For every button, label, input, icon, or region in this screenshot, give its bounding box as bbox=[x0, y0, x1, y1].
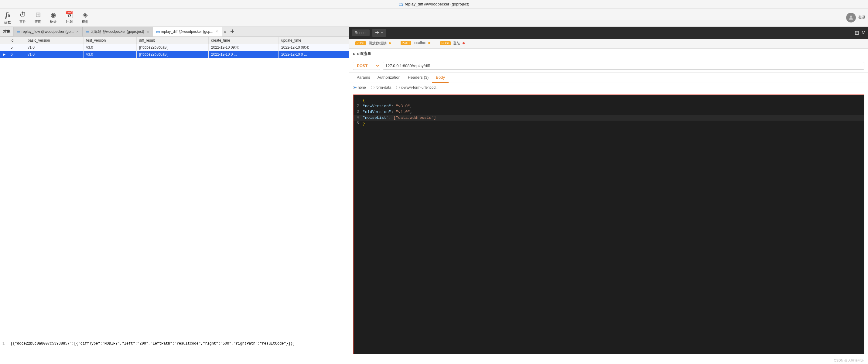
model-label: 模型 bbox=[82, 20, 88, 24]
json-line-content: { bbox=[363, 98, 365, 103]
th-arrow bbox=[0, 37, 8, 44]
toolbar-query[interactable]: ⊞ 查询 bbox=[33, 10, 43, 25]
tab2-close[interactable]: ✕ bbox=[146, 30, 150, 34]
tab1-icon: 🗃 bbox=[17, 29, 20, 34]
tabs-overflow-btn[interactable]: » bbox=[222, 28, 228, 35]
toolbar-model[interactable]: ◈ 模型 bbox=[80, 10, 90, 25]
login-label[interactable]: 登录 bbox=[858, 15, 866, 20]
json-line-num: 2 bbox=[353, 104, 363, 108]
cell-update_time: 2022-12-10 0 ... bbox=[279, 51, 349, 58]
toolbar-func[interactable]: f0 函数 bbox=[2, 10, 13, 25]
json-line-num: 4 bbox=[353, 116, 363, 120]
plus-btn[interactable]: ▼ bbox=[372, 29, 386, 37]
tab3-close[interactable]: ✕ bbox=[215, 29, 219, 33]
data-table: id basic_version test_version diff_resul… bbox=[0, 37, 349, 58]
left-panel: 对象 🗃 replay_flow @woodpecker (go... ✕ 🗃 … bbox=[0, 27, 349, 364]
post1-label: 回放数据接 bbox=[368, 41, 386, 45]
query-icon: ⊞ bbox=[35, 11, 41, 19]
table-row[interactable]: 5v1.0v3.0[{"ddce22b8c0a8(2022-12-10 09:4… bbox=[0, 44, 349, 51]
tab3-icon: 🗃 bbox=[156, 29, 160, 34]
radio-urlencoded-circle bbox=[396, 86, 400, 89]
diff-section: ▶ diff流量 bbox=[349, 49, 868, 59]
plan-icon: 📅 bbox=[65, 11, 73, 19]
url-input[interactable] bbox=[383, 62, 864, 69]
toolbar-plan[interactable]: 📅 计划 bbox=[63, 10, 75, 25]
svg-rect-4 bbox=[375, 32, 379, 33]
tab2-label: 无标题 @woodpecker (goproject) bbox=[91, 29, 144, 34]
bottom-result: 1 [{"ddce22b8c0a8007c53938857":[{"diffTy… bbox=[0, 340, 349, 364]
tab-untitled[interactable]: 🗃 无标题 @woodpecker (goproject) ✕ bbox=[83, 27, 153, 36]
sub-tab-headers[interactable]: Headers (3) bbox=[404, 72, 432, 83]
runner-btn[interactable]: Runner bbox=[352, 29, 370, 36]
th-diff-result: diff_result bbox=[136, 37, 208, 44]
api-tab-post3[interactable]: POST 登陆 bbox=[436, 39, 468, 48]
json-line: 3 "oldVersion": "v1.0", bbox=[353, 109, 864, 115]
api-tab-post2[interactable]: POST localho: bbox=[397, 39, 434, 48]
json-editor[interactable]: 1{2 "newVersion": "v3.0",3 "oldVersion":… bbox=[353, 94, 864, 354]
diff-section-header[interactable]: ▶ diff流量 bbox=[353, 51, 864, 57]
table-container: id basic_version test_version diff_resul… bbox=[0, 37, 349, 340]
backup-icon: ◉ bbox=[51, 11, 56, 19]
json-line-content: "oldVersion": "v1.0", bbox=[363, 110, 412, 114]
post1-dot bbox=[389, 42, 391, 44]
json-line-content: "noiseList": ["data.addressId"] bbox=[363, 116, 436, 120]
radio-urlencoded[interactable]: x-www-form-urlencod... bbox=[396, 85, 439, 90]
event-icon: ⏱ bbox=[20, 11, 26, 19]
window-title: replay_diff @woodpecker (goproject) bbox=[405, 2, 469, 6]
more-icon[interactable]: M bbox=[862, 30, 866, 35]
cell-basic_version: v1.0 bbox=[25, 51, 84, 58]
tab-add-btn[interactable] bbox=[228, 28, 237, 36]
toolbar-backup[interactable]: ◉ 备份 bbox=[48, 11, 58, 24]
th-test-version: test_version bbox=[84, 37, 136, 44]
cell-id: 6 bbox=[8, 51, 25, 58]
tab1-label: replay_flow @woodpecker (go... bbox=[22, 29, 74, 34]
method-url-row: POST GET PUT DELETE bbox=[349, 59, 868, 72]
right-toolbar: Runner ▼ ⊞ M bbox=[349, 27, 868, 39]
main-layout: 对象 🗃 replay_flow @woodpecker (go... ✕ 🗃 … bbox=[0, 27, 868, 364]
plan-label: 计划 bbox=[66, 20, 72, 24]
table-row[interactable]: ▶6v1.0v3.0[{"ddce22b8c0a8(2022-12-10 0 .… bbox=[0, 51, 349, 58]
json-line-num: 3 bbox=[353, 110, 363, 114]
object-label: 对象 bbox=[0, 27, 14, 36]
tab-replay-diff[interactable]: 🗃 replay_diff @woodpecker (gop... ✕ bbox=[153, 27, 222, 36]
right-bottom: CSDN @大猩猩可乐 bbox=[349, 357, 868, 364]
cell-test_version: v3.0 bbox=[84, 44, 136, 51]
json-line-num: 1 bbox=[353, 98, 363, 102]
cell-create_time: 2022-12-10 0 ... bbox=[209, 51, 279, 58]
func-label: 函数 bbox=[4, 20, 11, 25]
sub-tab-body[interactable]: Body bbox=[432, 72, 448, 83]
post2-badge: POST bbox=[401, 41, 411, 45]
post2-dot bbox=[428, 42, 430, 44]
func-icon: f0 bbox=[5, 10, 10, 20]
toolbar-right: 登录 bbox=[846, 13, 866, 23]
tab-replay-flow[interactable]: 🗃 replay_flow @woodpecker (go... ✕ bbox=[14, 27, 83, 36]
svg-point-0 bbox=[850, 16, 852, 18]
api-tabs: POST 回放数据接 POST localho: POST 登陆 bbox=[349, 39, 868, 49]
json-line-content: } bbox=[363, 121, 365, 126]
diff-arrow-icon: ▶ bbox=[353, 52, 355, 56]
avatar bbox=[846, 13, 856, 23]
cell-id: 5 bbox=[8, 44, 25, 51]
sub-tab-authorization[interactable]: Authorization bbox=[374, 72, 404, 83]
api-tab-post1[interactable]: POST 回放数据接 bbox=[352, 39, 395, 48]
grid-icon[interactable]: ⊞ bbox=[855, 29, 859, 36]
title-bar: 🗃 replay_diff @woodpecker (goproject) bbox=[0, 0, 868, 8]
toolbar-event[interactable]: ⏱ 事件 bbox=[18, 10, 28, 25]
radio-form-data[interactable]: form-data bbox=[371, 85, 391, 90]
tabs-bar: 对象 🗃 replay_flow @woodpecker (go... ✕ 🗃 … bbox=[0, 27, 349, 37]
svg-rect-2 bbox=[230, 31, 234, 32]
cell-test_version: v3.0 bbox=[84, 51, 136, 58]
model-icon: ◈ bbox=[83, 11, 88, 19]
radio-form-data-label: form-data bbox=[376, 85, 391, 90]
sub-tab-params[interactable]: Params bbox=[353, 72, 374, 83]
th-update-time: update_time bbox=[279, 37, 349, 44]
main-toolbar: f0 函数 ⏱ 事件 ⊞ 查询 ◉ 备份 📅 计划 ◈ 模型 登录 bbox=[0, 8, 868, 27]
post3-dot bbox=[463, 42, 465, 44]
radio-none-label: none bbox=[358, 85, 366, 90]
radio-none[interactable]: none bbox=[353, 85, 366, 90]
right-panel: Runner ▼ ⊞ M POST 回放数据接 POST localho: bbox=[349, 27, 868, 364]
tab1-close[interactable]: ✕ bbox=[75, 30, 79, 34]
query-label: 查询 bbox=[35, 20, 41, 24]
method-select[interactable]: POST GET PUT DELETE bbox=[353, 62, 380, 70]
cell-basic_version: v1.0 bbox=[25, 44, 84, 51]
